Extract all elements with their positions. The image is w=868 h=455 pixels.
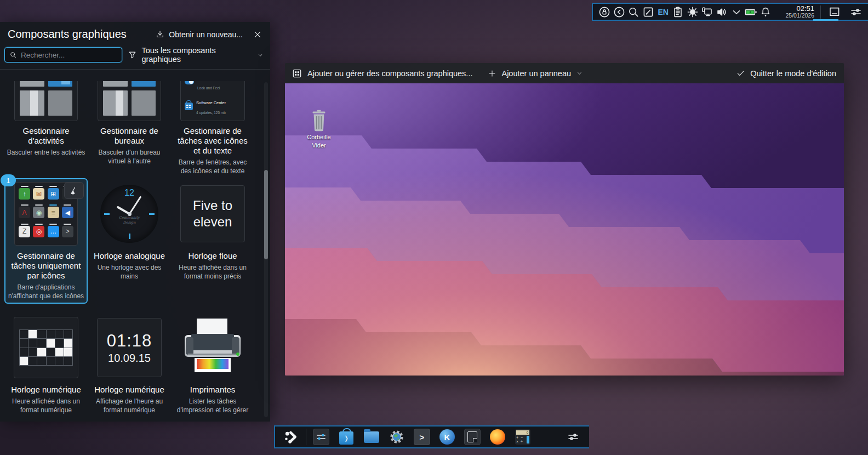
task-notes[interactable]	[460, 428, 485, 446]
toggle-icon	[185, 81, 194, 84]
battery-icon[interactable]	[744, 4, 758, 20]
widget-card-binary-clock[interactable]: Horloge numérique Heure affichée dans un…	[4, 312, 88, 418]
widget-card-icons-only-task-manager[interactable]: 1 ↑✉⊞●A◉≡◀Z◎…> Gestionnaire de tâches un…	[4, 178, 88, 304]
pager-tile	[48, 90, 73, 116]
search-icon[interactable]	[626, 4, 641, 20]
annotate-edit-icon[interactable]	[641, 4, 656, 20]
store-bag-icon	[185, 103, 193, 110]
pager-tile-active	[48, 81, 73, 87]
tray-time: 02:51	[775, 5, 814, 13]
discover-bag-icon: ❭	[339, 431, 353, 445]
binary-cell	[47, 330, 55, 338]
notifications-bell-icon[interactable]	[758, 4, 773, 20]
binary-cell	[28, 348, 37, 356]
binary-cell	[47, 348, 55, 356]
keyboard-layout-indicator[interactable]: EN	[655, 8, 671, 16]
digital-clock-tray[interactable]: 02:51 25/01/2026	[775, 5, 814, 19]
card-subtitle: Basculer d'un bureau virtuel à l'autre	[90, 149, 169, 166]
task-konqueror[interactable]: K	[435, 428, 460, 446]
panel-divider	[0, 69, 270, 70]
card-subtitle: Heure affichée dans un format moins préc…	[173, 264, 252, 281]
folder-icon	[364, 431, 379, 443]
app-icon-announce: ◀	[62, 207, 73, 218]
add-panel-button[interactable]: Ajouter un panneau	[488, 69, 583, 78]
desktop-pager-preview	[98, 81, 161, 121]
binary-cell	[55, 339, 64, 347]
panel-settings-sliders-icon[interactable]	[846, 4, 866, 20]
tray-separator	[820, 5, 821, 19]
brightness-icon[interactable]	[685, 4, 700, 20]
card-title: Horloge numérique	[90, 385, 169, 395]
printer-icon	[182, 317, 243, 378]
widget-card-activity-pager[interactable]: Gestionnaire d'activités Basculer entre …	[4, 81, 88, 161]
category-filter-dropdown[interactable]: Tous les composants graphiques	[128, 46, 264, 64]
desktop-wallpaper	[285, 83, 844, 376]
card-subtitle: Lister les tâches d'impression et les gé…	[173, 397, 252, 414]
binary-cell	[47, 357, 55, 365]
show-desktop-icon[interactable]	[824, 4, 846, 20]
search-input[interactable]	[21, 51, 117, 59]
pager-tile	[20, 90, 44, 116]
task-widget-settings[interactable]	[309, 428, 334, 446]
desktop-preview[interactable]: Ajouter ou gérer des composants graphiqu…	[285, 63, 844, 376]
binary-cell	[28, 357, 37, 365]
binary-cell	[64, 339, 72, 347]
app-icon-pdf: A	[19, 207, 30, 218]
get-new-widgets-label: Obtenir un nouveau...	[169, 30, 243, 39]
filter-funnel-icon	[128, 50, 137, 60]
binary-cell	[37, 357, 45, 365]
binary-cell	[20, 339, 28, 347]
widget-card-digital-clock[interactable]: 01:18 10.09.15 Horloge numérique Afficha…	[88, 312, 171, 418]
binary-clock-preview	[14, 317, 78, 378]
widget-card-analog-clock[interactable]: 12 CommunityDesign Horloge analogique Un…	[88, 178, 171, 284]
kdeconnect-display-icon[interactable]	[700, 4, 715, 20]
panel-configure-sliders-icon[interactable]	[561, 428, 586, 446]
search-icon-small	[9, 51, 17, 59]
app-icon-chat: …	[48, 226, 59, 237]
card-title: Horloge analogique	[90, 251, 169, 261]
remove-widget-broom-button[interactable]	[64, 182, 84, 199]
binary-clock-grid	[19, 329, 73, 366]
widget-card-fuzzy-clock[interactable]: Five to eleven Horloge floue Heure affic…	[171, 178, 254, 284]
task-kcalc[interactable]: 0 + − × ÷	[510, 428, 535, 446]
clipboard-icon[interactable]	[671, 4, 686, 20]
activity-pager-preview	[14, 81, 78, 121]
firefox-icon	[490, 429, 505, 445]
close-icon[interactable]	[252, 29, 264, 41]
scrollbar-thumb[interactable]	[264, 170, 268, 259]
widget-card-virtual-desktop-pager[interactable]: Gestionnaire de bureaux Basculer d'un bu…	[88, 81, 171, 169]
task-discover[interactable]: ❭	[334, 428, 359, 446]
expand-tray-chevron-icon[interactable]	[729, 4, 744, 20]
screen-lock-icon[interactable]	[597, 4, 612, 20]
trash-empty-action-label[interactable]: Vider	[312, 142, 326, 149]
task-dolphin-file-manager[interactable]	[359, 428, 384, 446]
binary-cell	[55, 330, 64, 338]
calculator-icon: 0 + − × ÷	[515, 429, 530, 445]
get-new-widgets-button[interactable]: Obtenir un nouveau...	[155, 30, 243, 39]
volume-icon[interactable]	[715, 4, 729, 20]
search-field[interactable]	[4, 47, 122, 62]
window-indicator	[21, 224, 28, 225]
trash-desktop-icon[interactable]: Corbeille Vider	[297, 110, 341, 150]
app-icon-archive: Z	[19, 226, 30, 237]
card-subtitle: Barre d'applications n'affichant que des…	[7, 283, 85, 300]
card-subtitle: Barre de fenêtres, avec des icônes et du…	[173, 158, 252, 175]
digital-clock-preview: 01:18 10.09.15	[97, 318, 162, 377]
kickoff-launcher-button[interactable]	[278, 428, 304, 446]
widget-explorer-title: Composants graphiques	[8, 28, 127, 41]
exit-edit-mode-button[interactable]: Quitter le mode d'édition	[736, 69, 836, 78]
desktop-edit-mode-screen: EN 02:51 25/01/2026	[0, 0, 868, 455]
task-firefox[interactable]	[485, 428, 510, 446]
card-title: Horloge floue	[173, 251, 252, 261]
top-tray-panel: EN 02:51 25/01/2026	[592, 3, 868, 21]
app-icon-more: >	[62, 226, 73, 237]
task-system-settings[interactable]	[384, 428, 409, 446]
history-back-icon[interactable]	[612, 4, 627, 20]
widget-card-printers[interactable]: Imprimantes Lister les tâches d'impressi…	[171, 312, 254, 418]
task-konsole-terminal[interactable]: >	[409, 428, 435, 446]
category-filter-label: Tous les composants graphiques	[141, 46, 252, 64]
manage-widgets-button[interactable]: Ajouter ou gérer des composants graphiqu…	[292, 68, 472, 79]
window-indicator	[35, 186, 43, 187]
download-icon	[155, 30, 165, 39]
widget-card-task-manager[interactable]: System Settings Look and Feel Software C…	[171, 81, 254, 179]
